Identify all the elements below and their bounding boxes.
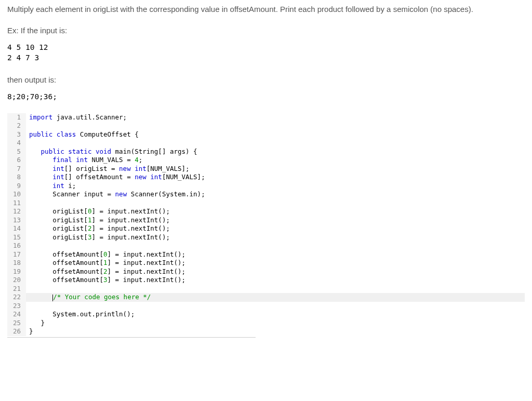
- line-number: 23: [7, 302, 26, 311]
- code-line[interactable]: 5 public static void main(String[] args)…: [7, 148, 525, 156]
- code-line[interactable]: 23: [7, 302, 525, 311]
- code-content[interactable]: [26, 302, 525, 311]
- code-content[interactable]: offsetAmount[1] = input.nextInt();: [26, 259, 525, 268]
- code-content[interactable]: origList[2] = input.nextInt();: [26, 224, 525, 233]
- code-token: [29, 156, 52, 164]
- code-line[interactable]: 26}: [7, 327, 525, 336]
- input-label: Ex: If the input is:: [7, 25, 525, 37]
- code-line[interactable]: 2: [7, 122, 525, 130]
- code-content[interactable]: final int NUM_VALS = 4;: [26, 156, 525, 165]
- code-content[interactable]: offsetAmount[3] = input.nextInt();: [26, 276, 525, 285]
- code-line[interactable]: 3public class ComputeOffset {: [7, 130, 525, 139]
- code-token: offsetAmount[: [29, 276, 103, 284]
- code-token: public: [41, 148, 64, 155]
- code-token: [NUM_VALS];: [162, 173, 205, 181]
- code-token: [29, 182, 52, 190]
- code-token: origList[: [29, 216, 88, 224]
- code-content[interactable]: int[] origList = new int[NUM_VALS];: [26, 165, 525, 173]
- code-line[interactable]: 14 origList[2] = input.nextInt();: [7, 224, 525, 233]
- code-token: }: [29, 319, 45, 327]
- code-line[interactable]: 17 offsetAmount[0] = input.nextInt();: [7, 250, 525, 259]
- code-content[interactable]: [26, 242, 525, 250]
- code-content[interactable]: }: [26, 319, 525, 328]
- code-content[interactable]: origList[3] = input.nextInt();: [26, 233, 525, 242]
- code-token: ] = input.nextInt();: [108, 276, 186, 284]
- code-editor[interactable]: 1import java.util.Scanner;23public class…: [7, 113, 525, 336]
- code-token: NUM_VALS =: [88, 156, 135, 164]
- code-line[interactable]: 21: [7, 285, 525, 293]
- code-content[interactable]: origList[0] = input.nextInt();: [26, 207, 525, 216]
- code-content[interactable]: }: [26, 327, 525, 336]
- code-token: ] = input.nextInt();: [91, 207, 170, 215]
- code-token: Scanner input =: [29, 190, 115, 198]
- code-token: int: [52, 173, 64, 181]
- code-line[interactable]: 11: [7, 199, 525, 208]
- code-token: [NUM_VALS];: [147, 165, 190, 172]
- code-line[interactable]: 13 origList[1] = input.nextInt();: [7, 216, 525, 225]
- code-content[interactable]: int[] offsetAmount = new int[NUM_VALS];: [26, 173, 525, 182]
- line-number: 12: [7, 207, 26, 216]
- code-content[interactable]: System.out.println();: [26, 310, 525, 319]
- code-line[interactable]: 25 }: [7, 319, 525, 328]
- code-content[interactable]: import java.util.Scanner;: [26, 113, 525, 122]
- divider: [7, 337, 256, 338]
- code-content[interactable]: public class ComputeOffset {: [26, 130, 525, 139]
- line-number: 3: [7, 130, 26, 139]
- code-line[interactable]: 15 origList[3] = input.nextInt();: [7, 233, 525, 242]
- code-token: [52, 130, 57, 138]
- code-line[interactable]: 10 Scanner input = new Scanner(System.in…: [7, 190, 525, 199]
- code-token: int: [76, 156, 88, 164]
- line-number: 2: [7, 122, 26, 130]
- code-content[interactable]: offsetAmount[0] = input.nextInt();: [26, 250, 525, 259]
- code-content[interactable]: public static void main(String[] args) {: [26, 148, 525, 156]
- output-example: 8;20;70;36;: [7, 91, 525, 102]
- code-line[interactable]: 16: [7, 242, 525, 250]
- code-token: offsetAmount[: [29, 259, 103, 266]
- code-content[interactable]: offsetAmount[2] = input.nextInt();: [26, 268, 525, 276]
- code-token: [] offsetAmount =: [64, 173, 135, 181]
- code-token: System.out.println();: [29, 310, 135, 318]
- line-number: 7: [7, 165, 26, 173]
- code-content[interactable]: [26, 285, 525, 293]
- line-number: 21: [7, 285, 26, 293]
- code-line[interactable]: 9 int i;: [7, 182, 525, 191]
- line-number: 17: [7, 250, 26, 259]
- code-line[interactable]: 20 offsetAmount[3] = input.nextInt();: [7, 276, 525, 285]
- line-number: 25: [7, 319, 26, 328]
- code-token: final: [52, 156, 72, 164]
- code-token: new: [135, 173, 147, 181]
- code-content[interactable]: origList[1] = input.nextInt();: [26, 216, 525, 225]
- code-line[interactable]: 4: [7, 139, 525, 148]
- code-content[interactable]: [26, 122, 525, 130]
- code-token: [91, 148, 96, 155]
- code-line[interactable]: 6 final int NUM_VALS = 4;: [7, 156, 525, 165]
- line-number: 9: [7, 182, 26, 191]
- code-line[interactable]: 22 /* Your code goes here */: [7, 293, 525, 302]
- code-line[interactable]: 8 int[] offsetAmount = new int[NUM_VALS]…: [7, 173, 525, 182]
- code-token: class: [57, 130, 76, 138]
- code-token: [29, 293, 52, 301]
- code-line[interactable]: 19 offsetAmount[2] = input.nextInt();: [7, 268, 525, 276]
- code-line[interactable]: 24 System.out.println();: [7, 310, 525, 319]
- code-token: int: [150, 173, 162, 181]
- code-token: main(String[] args) {: [111, 148, 197, 155]
- code-token: [] origList =: [64, 165, 119, 172]
- code-token: ] = input.nextInt();: [108, 268, 186, 275]
- line-number: 5: [7, 148, 26, 156]
- code-token: [29, 148, 41, 155]
- code-content[interactable]: int i;: [26, 182, 525, 191]
- code-content[interactable]: /* Your code goes here */: [26, 293, 525, 302]
- code-line[interactable]: 1import java.util.Scanner;: [7, 113, 525, 122]
- code-line[interactable]: 18 offsetAmount[1] = input.nextInt();: [7, 259, 525, 268]
- code-token: 3: [103, 276, 108, 284]
- code-content[interactable]: [26, 139, 525, 148]
- line-number: 8: [7, 173, 26, 182]
- code-token: }: [29, 327, 33, 335]
- input-example: 4 5 10 12 2 4 7 3: [7, 42, 525, 63]
- code-line[interactable]: 7 int[] origList = new int[NUM_VALS];: [7, 165, 525, 173]
- code-token: import: [29, 113, 52, 121]
- code-content[interactable]: [26, 199, 525, 208]
- code-line[interactable]: 12 origList[0] = input.nextInt();: [7, 207, 525, 216]
- code-token: i;: [64, 182, 76, 190]
- code-content[interactable]: Scanner input = new Scanner(System.in);: [26, 190, 525, 199]
